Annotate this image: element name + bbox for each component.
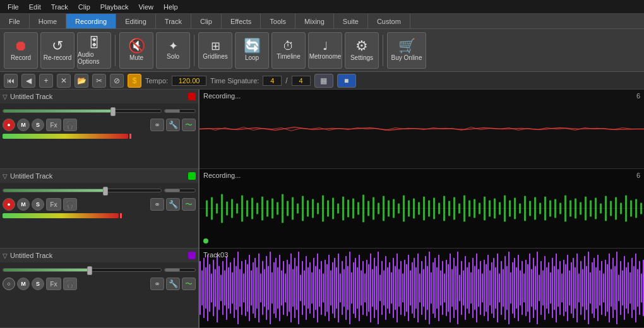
volume-slider-1[interactable] [3, 109, 162, 113]
fx-btn-1[interactable]: Fx [46, 119, 61, 131]
svg-rect-10 [246, 201, 248, 217]
tab-custom[interactable]: Custom [368, 14, 410, 28]
volume-slider-2[interactable] [3, 189, 162, 192]
wrench-icon-2[interactable]: 🔧 [166, 198, 180, 211]
volume-slider-3[interactable] [3, 268, 162, 272]
tempo-input[interactable] [172, 76, 206, 86]
timeline-button[interactable]: ⏱ Timeline [271, 32, 306, 69]
mute-btn-2[interactable]: M [17, 198, 30, 211]
transport-rewind[interactable]: ⏮ [4, 74, 18, 88]
svg-rect-28 [337, 204, 339, 214]
menu-file[interactable]: File [3, 2, 24, 12]
tab-track[interactable]: Track [156, 14, 191, 28]
rec-btn-1[interactable]: ● [3, 119, 15, 131]
btn-group-right-3: ⚭ 🔧 〜 [150, 278, 196, 290]
tab-home[interactable]: Home [30, 14, 66, 28]
svg-rect-223 [451, 269, 453, 307]
solo-btn-3[interactable]: S [32, 278, 44, 290]
menu-help[interactable]: Help [158, 2, 183, 12]
svg-rect-152 [317, 254, 318, 322]
link-icon-2[interactable]: ⚭ [150, 198, 164, 211]
transport-coin[interactable]: $ [128, 74, 141, 88]
transport-import[interactable]: 📂 [75, 74, 88, 88]
svg-rect-198 [404, 260, 405, 316]
svg-rect-95 [209, 264, 210, 312]
headphone-btn-3[interactable]: 🎧 [63, 278, 77, 290]
menu-edit[interactable]: Edit [24, 2, 46, 12]
headphone-btn-2[interactable]: 🎧 [63, 198, 77, 211]
pan-slider-3[interactable] [164, 268, 196, 272]
menu-track[interactable]: Track [46, 2, 73, 12]
track-collapse-2[interactable]: ▽ [3, 173, 8, 180]
tab-editing[interactable]: Editing [116, 14, 156, 28]
fx-btn-3[interactable]: Fx [46, 278, 61, 290]
wrench-icon-1[interactable]: 🔧 [166, 119, 180, 131]
svg-rect-8 [236, 204, 238, 214]
wave-icon-1[interactable]: 〜 [182, 119, 196, 131]
solo-btn-1[interactable]: S [32, 119, 44, 131]
record-button[interactable]: ⏺ Record [4, 32, 38, 69]
tab-tools[interactable]: Tools [261, 14, 295, 28]
menu-bar: File Edit Track Clip Playback View Help [0, 0, 644, 14]
metronome-button[interactable]: ♩ Metronome [308, 32, 342, 69]
menu-view[interactable]: View [133, 2, 158, 12]
mute-button[interactable]: 🔇 Mute [119, 32, 153, 69]
wrench-icon-3[interactable]: 🔧 [166, 278, 180, 290]
rec-btn-2[interactable]: ● [3, 198, 15, 211]
tab-bar: File Home Recording Editing Track Clip E… [0, 14, 644, 29]
rec-btn-3[interactable]: ○ [3, 278, 15, 290]
svg-rect-169 [349, 252, 350, 324]
transport-scissors[interactable]: ✂ [92, 74, 106, 88]
transport-add-track[interactable]: + [39, 74, 53, 88]
loop-button[interactable]: 🔄 Loop [235, 32, 269, 69]
svg-rect-49 [443, 196, 445, 221]
transport-grid-toggle[interactable]: ▦ [314, 74, 333, 88]
fx-btn-2[interactable]: Fx [46, 198, 61, 211]
mute-btn-1[interactable]: M [17, 119, 30, 131]
track-header-3: ▽ Untitled Track [0, 249, 198, 262]
tab-effects[interactable]: Effects [222, 14, 261, 28]
svg-rect-248 [499, 274, 500, 303]
wave-icon-3[interactable]: 〜 [182, 278, 196, 290]
link-icon-1[interactable]: ⚭ [150, 119, 164, 131]
headphone-btn-1[interactable]: 🎧 [63, 119, 77, 131]
menu-playback[interactable]: Playback [95, 2, 134, 12]
track-collapse-1[interactable]: ▽ [3, 93, 8, 100]
transport-remove-track[interactable]: ✕ [57, 74, 71, 88]
mute-btn-3[interactable]: M [17, 278, 30, 290]
tab-suite[interactable]: Suite [334, 14, 368, 28]
menu-clip[interactable]: Clip [73, 2, 95, 12]
pan-slider-1[interactable] [164, 109, 196, 113]
gridlines-button[interactable]: ⊞ Gridlines [198, 32, 232, 69]
audio-options-button[interactable]: 🎛 Audio Options [77, 32, 111, 69]
svg-rect-191 [391, 272, 392, 304]
svg-rect-283 [565, 264, 566, 312]
solo-button[interactable]: ✦ Solo [156, 32, 190, 69]
tab-file[interactable]: File [0, 14, 30, 28]
svg-rect-153 [319, 269, 320, 307]
transport-cursor[interactable]: ⊘ [110, 74, 124, 88]
transport-back[interactable]: ◀ [21, 74, 35, 88]
pan-slider-2[interactable] [164, 189, 196, 192]
buy-online-button[interactable]: 🛒 Buy Online [387, 32, 426, 69]
svg-rect-303 [603, 274, 604, 303]
tab-clip[interactable]: Clip [191, 14, 222, 28]
tab-recording[interactable]: Recording [66, 14, 116, 28]
time-sig-den-input[interactable] [292, 76, 311, 86]
waveform-track-3: Track03 [200, 249, 644, 328]
svg-rect-23 [312, 199, 314, 218]
wave-icon-2[interactable]: 〜 [182, 198, 196, 211]
time-sig-num-input[interactable] [263, 76, 282, 86]
svg-rect-164 [340, 274, 341, 303]
track-collapse-3[interactable]: ▽ [3, 252, 8, 259]
link-icon-3[interactable]: ⚭ [150, 278, 164, 290]
settings-button[interactable]: ⚙ Settings [345, 32, 379, 69]
rerecord-button[interactable]: ↺ Re-record [40, 32, 75, 69]
svg-rect-263 [527, 264, 528, 312]
solo-btn-2[interactable]: S [32, 198, 44, 211]
transport-bar: ⏮ ◀ + ✕ 📂 ✂ ⊘ $ Tempo: Time Signature: /… [0, 72, 644, 90]
tab-mixing[interactable]: Mixing [295, 14, 334, 28]
svg-rect-304 [605, 260, 606, 316]
svg-rect-319 [633, 266, 635, 310]
transport-blue-btn[interactable]: ■ [337, 74, 356, 88]
